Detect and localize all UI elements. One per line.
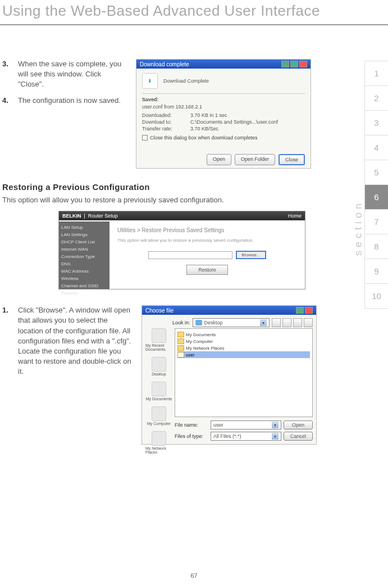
checkbox-icon[interactable] [142, 135, 148, 141]
list-item[interactable]: My Network Places [177, 345, 310, 351]
step-num: 3. [2, 59, 12, 90]
dialog-titlebar: Download complete [136, 60, 311, 69]
maximize-icon[interactable] [290, 61, 298, 67]
filename-input[interactable]: user▾ [211, 420, 281, 429]
places-bar: My Recent Documents Desktop My Documents… [145, 328, 172, 417]
sidebar-item[interactable]: LAN Setup [61, 224, 107, 231]
tab-7[interactable]: 7 [364, 209, 388, 234]
list-item[interactable]: My Documents [177, 331, 310, 338]
router-sidebar: LAN Setup LAN Settings DHCP Client List … [59, 221, 109, 289]
cancel-button[interactable]: Cancel [284, 432, 313, 441]
sidebar-item[interactable]: Channel and SSID [61, 282, 107, 290]
filetype-label: Files of type: [175, 433, 208, 439]
restore-button[interactable]: Restore [186, 265, 228, 275]
place-computer[interactable]: My Computer [147, 406, 171, 426]
file-list[interactable]: My Documents My Computer My Network Plac… [175, 328, 313, 417]
desktop-icon [152, 357, 166, 372]
chevron-down-icon[interactable]: ▾ [260, 319, 267, 326]
row-k: Downloaded: [142, 112, 187, 118]
sidebar-item[interactable]: Internet WAN [61, 246, 107, 253]
step-num: 4. [2, 96, 12, 106]
tab-6[interactable]: 6 [364, 184, 388, 210]
folder-icon [177, 338, 184, 344]
choose-file-screenshot: Choose file Look in: Desktop ▾ [141, 305, 317, 445]
sidebar-item[interactable]: LAN Settings [61, 231, 107, 238]
lookin-label: Look in: [172, 320, 190, 325]
tab-2[interactable]: 2 [364, 85, 388, 111]
download-complete-screenshot: Download complete ⬇ Download Complete Sa… [136, 59, 311, 169]
lookin-combobox[interactable]: Desktop ▾ [193, 318, 270, 327]
tab-4[interactable]: 4 [364, 135, 388, 160]
sidebar-item[interactable]: Connection Type [61, 253, 107, 260]
tab-1[interactable]: 1 [364, 61, 388, 86]
step-4: 4. The configuration is now saved. [2, 96, 126, 106]
tab-8[interactable]: 8 [364, 234, 388, 259]
brand-sub: Router Setup [88, 213, 118, 219]
minimize-icon[interactable] [281, 61, 289, 67]
list-item[interactable]: My Computer [177, 338, 310, 345]
panel-title: Utilities > Restore Previous Saved Setti… [117, 227, 297, 233]
chevron-down-icon[interactable]: ▾ [272, 433, 279, 440]
step-num: 1. [2, 305, 12, 377]
close-when-done-checkbox[interactable]: Close this dialog box when download comp… [142, 135, 305, 141]
home-link[interactable]: Home [288, 213, 302, 219]
place-recent[interactable]: My Recent Documents [145, 328, 172, 351]
tab-3[interactable]: 3 [364, 110, 388, 135]
computer-icon [152, 406, 166, 421]
page-number: 67 [0, 572, 388, 579]
dialog-titlebar: Choose file [142, 306, 316, 315]
folder-icon [177, 332, 184, 337]
folder-icon [177, 345, 184, 351]
open-folder-button[interactable]: Open Folder [235, 154, 275, 165]
download-heading: Download Complete [163, 78, 209, 85]
network-icon [152, 431, 166, 446]
sidebar-item[interactable]: DNS [61, 260, 107, 268]
close-icon[interactable] [305, 307, 313, 314]
row-v: C:\Documents and Settings...\user.conf [190, 119, 305, 125]
folder-icon [152, 382, 166, 396]
dialog-title: Download complete [140, 61, 189, 67]
step-3: 3. When the save is complete, you will s… [2, 59, 126, 90]
row-v: 3.70 KB/Sec [190, 126, 305, 132]
brand: BELKIN [62, 213, 81, 219]
dialog-title: Choose file [145, 307, 174, 314]
open-button[interactable]: Open [284, 420, 313, 429]
place-documents[interactable]: My Documents [146, 382, 172, 401]
row-k: Transfer rate: [142, 126, 187, 132]
desktop-icon [195, 320, 202, 325]
views-icon[interactable] [304, 318, 313, 327]
filetype-select[interactable]: All Files (*.*)▾ [211, 432, 281, 441]
sidebar-item[interactable]: MAC Address [61, 268, 107, 275]
help-icon[interactable] [296, 307, 304, 314]
checkbox-label: Close this dialog box when download comp… [150, 135, 258, 141]
filename-label: File name: [175, 422, 208, 428]
restore-paragraph: This option will allow you to restore a … [2, 195, 353, 205]
download-icon: ⬇ [142, 73, 158, 89]
close-button[interactable]: Close [279, 154, 305, 165]
file-path-input[interactable] [148, 251, 232, 259]
list-item-selected[interactable]: user [177, 351, 310, 358]
up-icon[interactable] [282, 318, 291, 327]
sidebar-item[interactable]: Security [61, 290, 107, 297]
step-text: Click "Browse". A window will open that … [18, 305, 131, 377]
place-network[interactable]: My Network Places [145, 431, 172, 454]
section-label: section [353, 200, 364, 256]
panel-desc: This option will allow you to restore a … [117, 238, 297, 243]
place-desktop[interactable]: Desktop [152, 357, 166, 376]
row-k: Download to: [142, 119, 187, 125]
close-icon[interactable] [299, 61, 307, 67]
router-restore-screenshot: BELKIN | Router Setup Home LAN Setup LAN… [58, 211, 305, 290]
back-icon[interactable] [272, 318, 281, 327]
step-text: The configuration is now saved. [18, 96, 121, 106]
window-buttons [281, 61, 307, 67]
tab-9[interactable]: 9 [364, 259, 388, 284]
browse-button[interactable]: Browse... [236, 251, 266, 259]
tab-5[interactable]: 5 [364, 160, 388, 185]
open-button[interactable]: Open [207, 154, 231, 165]
sidebar-item[interactable]: DHCP Client List [61, 238, 107, 246]
chevron-down-icon[interactable]: ▾ [272, 422, 279, 428]
section-tabs: 1 2 3 4 5 6 7 8 9 10 [364, 61, 388, 308]
new-folder-icon[interactable] [293, 318, 302, 327]
sidebar-item[interactable]: Wireless [61, 275, 107, 282]
tab-10[interactable]: 10 [364, 283, 388, 309]
